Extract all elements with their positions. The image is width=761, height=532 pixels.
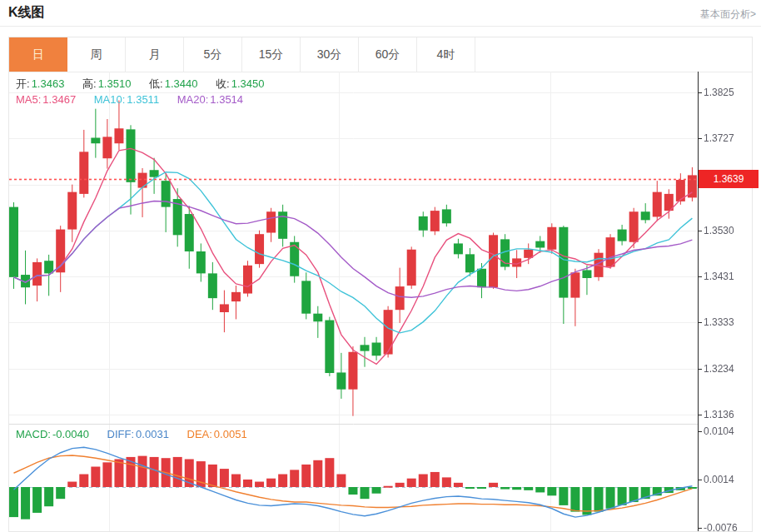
tab-period-7[interactable]: 4时 (417, 37, 475, 72)
page-title: K线图 (8, 4, 45, 22)
dea-value: 0.0051 (214, 428, 247, 440)
close-value: 1.3450 (231, 77, 265, 90)
page-header: K线图 基本面分析> (0, 0, 761, 27)
price-tick-label-7: 1.3136 (704, 409, 734, 420)
macd-legend: MACD:-0.0040 DIFF:0.0031 DEA:0.0051 (16, 428, 249, 440)
macd-tick-label-1: 0.0014 (704, 474, 734, 485)
diff-label: DIFF: (107, 428, 135, 440)
price-tick-label-4: 1.3431 (704, 271, 734, 282)
low-value: 1.3440 (165, 77, 198, 90)
period-tabbar: 日周月5分15分30分60分4时 (9, 37, 752, 72)
macd-tick-label-2: -0.0076 (704, 522, 738, 532)
close-label: 收: (216, 77, 230, 90)
tab-period-5[interactable]: 30分 (301, 37, 359, 72)
price-tick-label-0: 1.3825 (704, 87, 734, 98)
ohlc-legend: 开:1.3463 高:1.3510 低:1.3440 收:1.3450 (16, 77, 266, 92)
open-label: 开: (16, 77, 30, 90)
tab-period-2[interactable]: 月 (126, 37, 184, 72)
current-price-badge: 1.3639 (699, 170, 759, 188)
tab-period-3[interactable]: 5分 (184, 37, 242, 72)
price-tick-label-6: 1.3234 (704, 363, 734, 375)
chart-area: 开:1.3463 高:1.3510 低:1.3440 收:1.3450 MA5:… (9, 72, 752, 531)
high-value: 1.3510 (98, 77, 132, 90)
high-label: 高: (82, 77, 97, 90)
diff-value: 0.0031 (136, 428, 169, 440)
price-tick-label-1: 1.3727 (704, 132, 734, 144)
open-value: 1.3463 (32, 77, 65, 90)
macd-tick-label-0: 0.0104 (704, 425, 734, 437)
tab-period-4[interactable]: 15分 (242, 37, 301, 72)
price-tick-label-3: 1.3530 (704, 225, 734, 236)
ma20-label: MA20: (177, 93, 209, 106)
ma20-value: 1.3514 (210, 93, 243, 106)
tab-period-0[interactable]: 日 (9, 37, 67, 72)
kline-page: K线图 基本面分析> 日周月5分15分30分60分4时 开:1.3463 高:1… (0, 0, 761, 532)
fundamental-analysis-link[interactable]: 基本面分析> (700, 7, 756, 22)
ma10-label: MA10: (94, 93, 126, 106)
dea-label: DEA: (187, 428, 212, 440)
tab-period-1[interactable]: 周 (67, 37, 126, 72)
ma-legend: MA5:1.3467 MA10:1.3511 MA20:1.3514 (16, 93, 245, 106)
macd-value: -0.0040 (52, 428, 89, 440)
price-tick-label-5: 1.3333 (704, 316, 734, 328)
low-label: 低: (149, 77, 163, 90)
kline-chart-canvas[interactable] (9, 72, 752, 531)
ma5-value: 1.3467 (42, 93, 76, 106)
ma10-value: 1.3511 (127, 93, 159, 106)
macd-label: MACD: (16, 428, 51, 440)
ma5-label: MA5: (16, 93, 41, 106)
chart-panel: 日周月5分15分30分60分4时 开:1.3463 高:1.3510 低:1.3… (8, 37, 753, 532)
tab-period-6[interactable]: 60分 (359, 37, 417, 72)
